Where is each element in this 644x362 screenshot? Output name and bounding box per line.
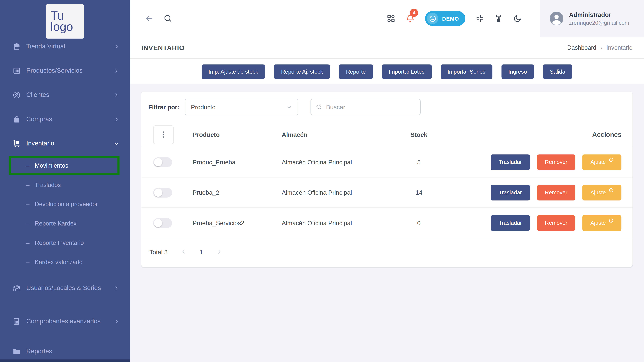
sidebar-subitem-label: Reporte Kardex bbox=[35, 220, 76, 226]
filter-selected-value: Producto bbox=[191, 104, 286, 110]
sidebar-subitem-label: Devolucion a proveedor bbox=[35, 201, 98, 207]
sidebar: Tu logo Tienda Virtual Productos/Servici… bbox=[0, 0, 130, 362]
dash-icon: – bbox=[26, 258, 30, 265]
row-toggle[interactable] bbox=[153, 188, 172, 197]
dash-icon: – bbox=[26, 201, 30, 207]
remover-button[interactable]: Remover bbox=[537, 154, 575, 170]
info-circle-icon bbox=[608, 188, 614, 192]
cell-warehouse: Almacén Oficina Principal bbox=[282, 219, 388, 226]
chevron-down-icon bbox=[114, 141, 119, 146]
reporte-button[interactable]: Reporte bbox=[339, 64, 373, 79]
sidebar-nav-bottom: Usuarios/Locales & Series Comprobantes a… bbox=[0, 273, 130, 362]
fullscreen-compress-icon[interactable] bbox=[476, 14, 484, 23]
filter-label: Filtrar por: bbox=[148, 104, 180, 110]
avatar bbox=[549, 11, 564, 26]
pagination-next-icon[interactable] bbox=[216, 248, 223, 256]
sidebar-subitem-kardex-valorizado[interactable]: – Kardex valorizado bbox=[0, 252, 130, 272]
row-toggle[interactable] bbox=[153, 218, 172, 228]
demo-plan-button[interactable]: DEMO bbox=[425, 11, 466, 26]
pagination-page-1[interactable]: 1 bbox=[200, 248, 203, 255]
pagination-total: Total 3 bbox=[150, 248, 168, 255]
reporte-aj-stock-button[interactable]: Reporte Aj. stock bbox=[274, 64, 330, 79]
main-area: 4 DEMO bbox=[130, 0, 644, 362]
sidebar-item-label: Comprobantes avanzados bbox=[26, 317, 108, 325]
chevron-right-icon bbox=[114, 92, 119, 98]
table-options-button[interactable] bbox=[153, 125, 174, 144]
remover-button[interactable]: Remover bbox=[537, 215, 575, 231]
importar-series-button[interactable]: Importar Series bbox=[440, 64, 492, 79]
user-name: Administrador bbox=[569, 10, 629, 19]
sidebar-subitem-traslados[interactable]: – Traslados bbox=[0, 175, 130, 194]
table-row: Produc_Prueba Almacén Oficina Principal … bbox=[141, 147, 632, 178]
user-circle-icon bbox=[12, 91, 21, 100]
breadcrumb: Dashboard › Inventario bbox=[567, 44, 632, 51]
sidebar-item-usuarios-locales-series[interactable]: Usuarios/Locales & Series bbox=[0, 273, 130, 303]
page-header: INVENTARIO Dashboard › Inventario bbox=[130, 37, 644, 59]
pagination-prev-icon[interactable] bbox=[180, 248, 188, 256]
breadcrumb-current: Inventario bbox=[606, 44, 632, 51]
ajuste-button[interactable]: Ajuste bbox=[582, 154, 621, 170]
user-email: zrenrique20@gmail.com bbox=[569, 19, 629, 26]
filter-type-select[interactable]: Producto bbox=[185, 98, 298, 116]
column-header-almacen: Almacén bbox=[282, 131, 388, 138]
salida-button[interactable]: Salida bbox=[543, 64, 572, 79]
sidebar-item-compras[interactable]: Compras bbox=[0, 107, 130, 132]
importar-lotes-button[interactable]: Importar Lotes bbox=[382, 64, 432, 79]
dash-icon: – bbox=[26, 220, 30, 226]
chevron-right-icon bbox=[114, 44, 119, 50]
search-field bbox=[310, 98, 420, 116]
imp-ajuste-stock-button[interactable]: Imp. Ajuste de stock bbox=[202, 64, 265, 79]
sidebar-item-reportes[interactable]: Reportes bbox=[0, 339, 130, 362]
logo-line2: logo bbox=[50, 22, 84, 32]
sidebar-item-clientes[interactable]: Clientes bbox=[0, 83, 130, 107]
cell-warehouse: Almacén Oficina Principal bbox=[282, 189, 388, 196]
search-icon[interactable] bbox=[164, 14, 172, 23]
sidebar-scrollbar[interactable] bbox=[0, 360, 130, 362]
demo-label: DEMO bbox=[442, 16, 459, 22]
column-header-stock: Stock bbox=[388, 131, 449, 138]
breadcrumb-dashboard[interactable]: Dashboard bbox=[567, 44, 596, 51]
toggle-knob bbox=[154, 158, 162, 166]
sidebar-submenu-inventario: – Movimientos – Traslados – Devolucion a… bbox=[0, 156, 130, 272]
sidebar-subitem-reporte-kardex[interactable]: – Reporte Kardex bbox=[0, 214, 130, 233]
trasladar-button[interactable]: Trasladar bbox=[491, 184, 530, 200]
dark-mode-moon-icon[interactable] bbox=[513, 14, 522, 23]
sidebar-item-productos-servicios[interactable]: Productos/Servicios bbox=[0, 59, 130, 83]
search-input[interactable] bbox=[325, 103, 415, 111]
app-logo[interactable]: Tu logo bbox=[46, 4, 84, 38]
pagination: Total 3 1 bbox=[141, 238, 632, 267]
sidebar-subitem-reporte-inventario[interactable]: – Reporte Inventario bbox=[0, 233, 130, 252]
cell-stock: 0 bbox=[388, 219, 449, 226]
chevron-right-icon bbox=[114, 318, 119, 324]
ajuste-button[interactable]: Ajuste bbox=[582, 184, 621, 200]
cell-product: Prueba_2 bbox=[192, 189, 282, 196]
chevron-right-icon bbox=[114, 285, 119, 290]
sidebar-item-label: Inventario bbox=[26, 140, 108, 148]
sidebar-item-inventario[interactable]: Inventario bbox=[0, 132, 130, 156]
sidebar-item-label: Reportes bbox=[26, 347, 119, 356]
user-menu[interactable]: Administrador zrenrique20@gmail.com bbox=[540, 0, 644, 37]
table-row: Prueba_Servicios2 Almacén Oficina Princi… bbox=[141, 208, 632, 238]
trasladar-button[interactable]: Trasladar bbox=[491, 215, 530, 231]
ajuste-label: Ajuste bbox=[590, 220, 606, 226]
ajuste-label: Ajuste bbox=[590, 159, 606, 165]
theme-brush-icon[interactable] bbox=[494, 14, 503, 23]
table-row: Prueba_2 Almacén Oficina Principal 14 Tr… bbox=[141, 178, 632, 208]
sidebar-subitem-label: Reporte Inventario bbox=[35, 239, 84, 246]
notification-count-badge: 4 bbox=[410, 9, 418, 17]
notifications-bell-icon[interactable]: 4 bbox=[406, 14, 416, 24]
remover-button[interactable]: Remover bbox=[537, 184, 575, 200]
apps-grid-icon[interactable] bbox=[386, 14, 396, 23]
back-arrow-icon[interactable] bbox=[145, 14, 154, 23]
sidebar-subitem-movimientos[interactable]: – Movimientos bbox=[0, 156, 130, 175]
sidebar-item-comprobantes-avanzados[interactable]: Comprobantes avanzados bbox=[0, 306, 130, 336]
inventory-card: Filtrar por: Producto bbox=[141, 92, 632, 267]
row-toggle[interactable] bbox=[153, 157, 172, 167]
trasladar-button[interactable]: Trasladar bbox=[491, 154, 530, 170]
sidebar-item-label: Tienda Virtual bbox=[26, 42, 108, 51]
sidebar-item-label: Clientes bbox=[26, 91, 108, 99]
sidebar-subitem-devolucion-a-proveedor[interactable]: – Devolucion a proveedor bbox=[0, 194, 130, 214]
sidebar-item-label: Productos/Servicios bbox=[26, 67, 108, 75]
ingreso-button[interactable]: Ingreso bbox=[502, 64, 534, 79]
ajuste-button[interactable]: Ajuste bbox=[582, 215, 621, 231]
